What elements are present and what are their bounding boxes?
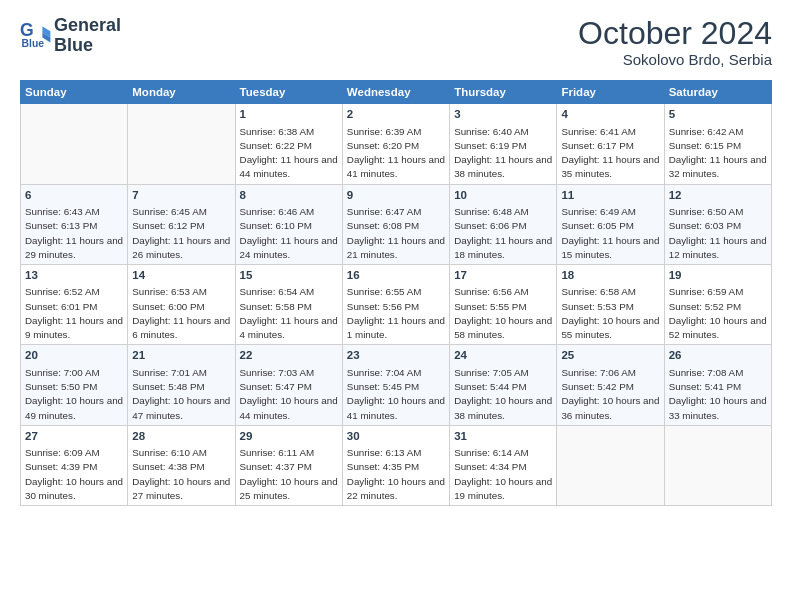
cell-sunrise: Sunrise: 6:40 AM [454, 126, 529, 137]
day-number: 6 [25, 188, 123, 204]
cell-sunset: Sunset: 4:34 PM [454, 461, 526, 472]
calendar-cell: 5 Sunrise: 6:42 AM Sunset: 6:15 PM Dayli… [664, 104, 771, 184]
cell-daylight: Daylight: 10 hours and 47 minutes. [132, 395, 230, 420]
calendar-cell: 16 Sunrise: 6:55 AM Sunset: 5:56 PM Dayl… [342, 264, 449, 344]
cell-sunset: Sunset: 6:06 PM [454, 220, 526, 231]
cell-daylight: Daylight: 11 hours and 35 minutes. [561, 154, 659, 179]
calendar-cell [664, 425, 771, 505]
calendar-cell: 8 Sunrise: 6:46 AM Sunset: 6:10 PM Dayli… [235, 184, 342, 264]
cell-sunset: Sunset: 6:15 PM [669, 140, 741, 151]
cell-sunset: Sunset: 5:56 PM [347, 301, 419, 312]
day-number: 8 [240, 188, 338, 204]
svg-text:Blue: Blue [22, 38, 45, 49]
cell-daylight: Daylight: 10 hours and 22 minutes. [347, 476, 445, 501]
day-number: 9 [347, 188, 445, 204]
cell-daylight: Daylight: 10 hours and 55 minutes. [561, 315, 659, 340]
cell-daylight: Daylight: 11 hours and 18 minutes. [454, 235, 552, 260]
cell-daylight: Daylight: 10 hours and 33 minutes. [669, 395, 767, 420]
cell-sunrise: Sunrise: 6:59 AM [669, 286, 744, 297]
cell-sunset: Sunset: 6:01 PM [25, 301, 97, 312]
cell-sunrise: Sunrise: 6:54 AM [240, 286, 315, 297]
calendar-cell: 10 Sunrise: 6:48 AM Sunset: 6:06 PM Dayl… [450, 184, 557, 264]
cell-sunrise: Sunrise: 7:01 AM [132, 367, 207, 378]
cell-sunrise: Sunrise: 6:39 AM [347, 126, 422, 137]
logo-icon: G Blue [20, 20, 52, 52]
cell-sunrise: Sunrise: 6:09 AM [25, 447, 100, 458]
cell-sunrise: Sunrise: 6:42 AM [669, 126, 744, 137]
cell-sunset: Sunset: 5:48 PM [132, 381, 204, 392]
cell-sunrise: Sunrise: 6:41 AM [561, 126, 636, 137]
calendar-cell: 25 Sunrise: 7:06 AM Sunset: 5:42 PM Dayl… [557, 345, 664, 425]
day-number: 25 [561, 348, 659, 364]
day-number: 11 [561, 188, 659, 204]
day-number: 16 [347, 268, 445, 284]
cell-daylight: Daylight: 10 hours and 49 minutes. [25, 395, 123, 420]
col-monday: Monday [128, 81, 235, 104]
day-number: 20 [25, 348, 123, 364]
calendar-cell: 24 Sunrise: 7:05 AM Sunset: 5:44 PM Dayl… [450, 345, 557, 425]
calendar-cell: 18 Sunrise: 6:58 AM Sunset: 5:53 PM Dayl… [557, 264, 664, 344]
cell-sunset: Sunset: 6:03 PM [669, 220, 741, 231]
calendar-cell: 30 Sunrise: 6:13 AM Sunset: 4:35 PM Dayl… [342, 425, 449, 505]
day-number: 2 [347, 107, 445, 123]
calendar-cell: 17 Sunrise: 6:56 AM Sunset: 5:55 PM Dayl… [450, 264, 557, 344]
cell-sunrise: Sunrise: 6:55 AM [347, 286, 422, 297]
cell-daylight: Daylight: 11 hours and 24 minutes. [240, 235, 338, 260]
cell-sunrise: Sunrise: 6:43 AM [25, 206, 100, 217]
cell-daylight: Daylight: 11 hours and 41 minutes. [347, 154, 445, 179]
calendar-cell: 26 Sunrise: 7:08 AM Sunset: 5:41 PM Dayl… [664, 345, 771, 425]
day-number: 23 [347, 348, 445, 364]
cell-sunrise: Sunrise: 7:03 AM [240, 367, 315, 378]
calendar-cell: 2 Sunrise: 6:39 AM Sunset: 6:20 PM Dayli… [342, 104, 449, 184]
calendar-row: 27 Sunrise: 6:09 AM Sunset: 4:39 PM Dayl… [21, 425, 772, 505]
cell-sunrise: Sunrise: 6:49 AM [561, 206, 636, 217]
col-sunday: Sunday [21, 81, 128, 104]
day-number: 14 [132, 268, 230, 284]
cell-sunset: Sunset: 5:53 PM [561, 301, 633, 312]
logo-text: General Blue [54, 16, 121, 56]
cell-sunset: Sunset: 4:35 PM [347, 461, 419, 472]
col-tuesday: Tuesday [235, 81, 342, 104]
calendar-table: Sunday Monday Tuesday Wednesday Thursday… [20, 80, 772, 506]
day-number: 18 [561, 268, 659, 284]
cell-daylight: Daylight: 11 hours and 4 minutes. [240, 315, 338, 340]
cell-sunset: Sunset: 6:13 PM [25, 220, 97, 231]
day-number: 28 [132, 429, 230, 445]
day-number: 21 [132, 348, 230, 364]
day-number: 15 [240, 268, 338, 284]
calendar-cell: 13 Sunrise: 6:52 AM Sunset: 6:01 PM Dayl… [21, 264, 128, 344]
cell-sunset: Sunset: 6:17 PM [561, 140, 633, 151]
cell-sunrise: Sunrise: 6:13 AM [347, 447, 422, 458]
cell-daylight: Daylight: 11 hours and 44 minutes. [240, 154, 338, 179]
calendar-cell: 11 Sunrise: 6:49 AM Sunset: 6:05 PM Dayl… [557, 184, 664, 264]
calendar-cell: 1 Sunrise: 6:38 AM Sunset: 6:22 PM Dayli… [235, 104, 342, 184]
cell-daylight: Daylight: 11 hours and 1 minute. [347, 315, 445, 340]
cell-daylight: Daylight: 10 hours and 58 minutes. [454, 315, 552, 340]
month-title: October 2024 [578, 16, 772, 51]
day-number: 19 [669, 268, 767, 284]
day-number: 10 [454, 188, 552, 204]
day-number: 7 [132, 188, 230, 204]
cell-daylight: Daylight: 11 hours and 29 minutes. [25, 235, 123, 260]
cell-sunset: Sunset: 6:00 PM [132, 301, 204, 312]
header: G Blue General Blue October 2024 Sokolov… [20, 16, 772, 68]
cell-sunset: Sunset: 6:12 PM [132, 220, 204, 231]
calendar-header-row: Sunday Monday Tuesday Wednesday Thursday… [21, 81, 772, 104]
cell-sunset: Sunset: 4:39 PM [25, 461, 97, 472]
calendar-cell: 22 Sunrise: 7:03 AM Sunset: 5:47 PM Dayl… [235, 345, 342, 425]
calendar-row: 20 Sunrise: 7:00 AM Sunset: 5:50 PM Dayl… [21, 345, 772, 425]
cell-sunset: Sunset: 5:44 PM [454, 381, 526, 392]
cell-daylight: Daylight: 11 hours and 9 minutes. [25, 315, 123, 340]
day-number: 3 [454, 107, 552, 123]
cell-sunrise: Sunrise: 6:56 AM [454, 286, 529, 297]
cell-daylight: Daylight: 11 hours and 38 minutes. [454, 154, 552, 179]
col-saturday: Saturday [664, 81, 771, 104]
cell-sunrise: Sunrise: 7:08 AM [669, 367, 744, 378]
location: Sokolovo Brdo, Serbia [578, 51, 772, 68]
cell-sunset: Sunset: 5:47 PM [240, 381, 312, 392]
calendar-cell: 7 Sunrise: 6:45 AM Sunset: 6:12 PM Dayli… [128, 184, 235, 264]
calendar-cell: 27 Sunrise: 6:09 AM Sunset: 4:39 PM Dayl… [21, 425, 128, 505]
page: G Blue General Blue October 2024 Sokolov… [0, 0, 792, 612]
cell-sunset: Sunset: 5:45 PM [347, 381, 419, 392]
calendar-row: 6 Sunrise: 6:43 AM Sunset: 6:13 PM Dayli… [21, 184, 772, 264]
